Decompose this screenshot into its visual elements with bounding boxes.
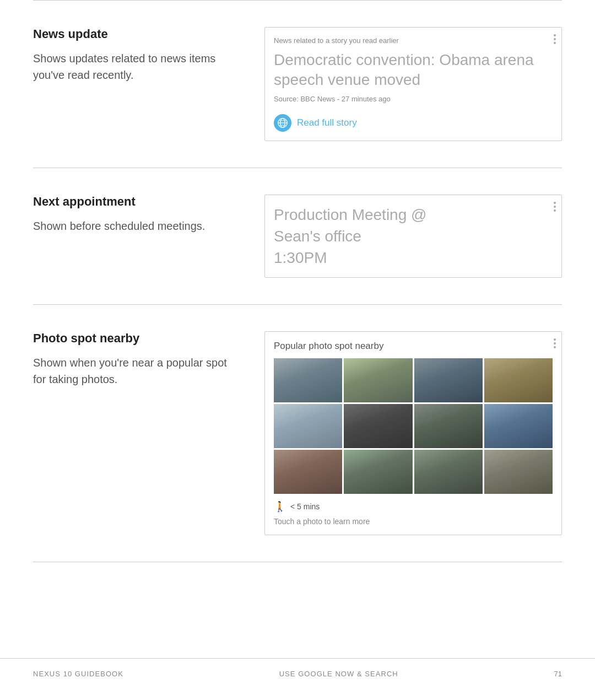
photo-grid	[274, 358, 553, 494]
photo-spot-desc: Shown when you're near a popular spot fo…	[33, 354, 231, 387]
appointment-card[interactable]: Production Meeting @ Sean's office 1:30P…	[264, 195, 562, 278]
footer-left: NEXUS 10 GUIDEBOOK	[33, 670, 123, 678]
appt-card-menu-dots[interactable]	[554, 202, 556, 212]
next-appointment-title: Next appointment	[33, 195, 231, 209]
news-card-subtitle: News related to a story you read earlier	[274, 36, 553, 45]
news-update-left: News update Shows updates related to new…	[33, 27, 242, 141]
news-update-section: News update Shows updates related to new…	[33, 1, 562, 168]
photo-cell-4[interactable]	[484, 358, 553, 402]
appt-line1: Production Meeting @	[274, 204, 553, 225]
photo-cell-12[interactable]	[484, 450, 553, 494]
next-appointment-left: Next appointment Shown before scheduled …	[33, 195, 242, 278]
photo-spot-left: Photo spot nearby Shown when you're near…	[33, 331, 242, 535]
photo-cell-10[interactable]	[344, 450, 412, 494]
next-appointment-desc: Shown before scheduled meetings.	[33, 218, 231, 234]
walk-time: < 5 mins	[290, 502, 320, 511]
appt-line2: Sean's office	[274, 225, 553, 247]
photo-cell-8[interactable]	[484, 404, 553, 448]
appointment-text: Production Meeting @ Sean's office 1:30P…	[274, 204, 553, 269]
photo-spot-title: Photo spot nearby	[33, 331, 231, 346]
news-card-action[interactable]: Read full story	[274, 114, 553, 132]
read-full-story-label[interactable]: Read full story	[297, 117, 357, 128]
news-card-source: Source: BBC News - 27 minutes ago	[274, 95, 553, 103]
card-menu-dots[interactable]	[554, 34, 556, 44]
photo-card-title: Popular photo spot nearby	[274, 341, 553, 352]
photo-spot-right: Popular photo spot nearby 🚶 < 5 mins Tou…	[264, 331, 562, 535]
appt-line3: 1:30PM	[274, 247, 553, 268]
news-card[interactable]: News related to a story you read earlier…	[264, 27, 562, 141]
next-appointment-section: Next appointment Shown before scheduled …	[33, 168, 562, 305]
next-appointment-right: Production Meeting @ Sean's office 1:30P…	[264, 195, 562, 278]
footer-page-number: 71	[554, 670, 562, 678]
photo-card[interactable]: Popular photo spot nearby 🚶 < 5 mins Tou…	[264, 331, 562, 535]
news-card-headline: Democratic convention: Obama arena speec…	[274, 50, 553, 90]
photo-cell-9[interactable]	[274, 450, 342, 494]
news-update-desc: Shows updates related to news items you'…	[33, 50, 231, 83]
photo-cell-6[interactable]	[344, 404, 412, 448]
photo-hint: Touch a photo to learn more	[274, 517, 553, 526]
photo-cell-11[interactable]	[414, 450, 483, 494]
photo-cell-1[interactable]	[274, 358, 342, 402]
photo-walk-info: 🚶 < 5 mins	[274, 500, 553, 513]
walk-icon: 🚶	[274, 500, 286, 513]
photo-card-menu-dots[interactable]	[554, 338, 556, 348]
photo-cell-5[interactable]	[274, 404, 342, 448]
news-update-right: News related to a story you read earlier…	[264, 27, 562, 141]
photo-cell-3[interactable]	[414, 358, 483, 402]
footer-center: USE GOOGLE NOW & SEARCH	[279, 670, 398, 678]
photo-cell-2[interactable]	[344, 358, 412, 402]
page-footer: NEXUS 10 GUIDEBOOK USE GOOGLE NOW & SEAR…	[0, 658, 595, 678]
photo-cell-7[interactable]	[414, 404, 483, 448]
photo-spot-section: Photo spot nearby Shown when you're near…	[33, 305, 562, 562]
news-icon	[274, 114, 291, 132]
news-update-title: News update	[33, 27, 231, 41]
